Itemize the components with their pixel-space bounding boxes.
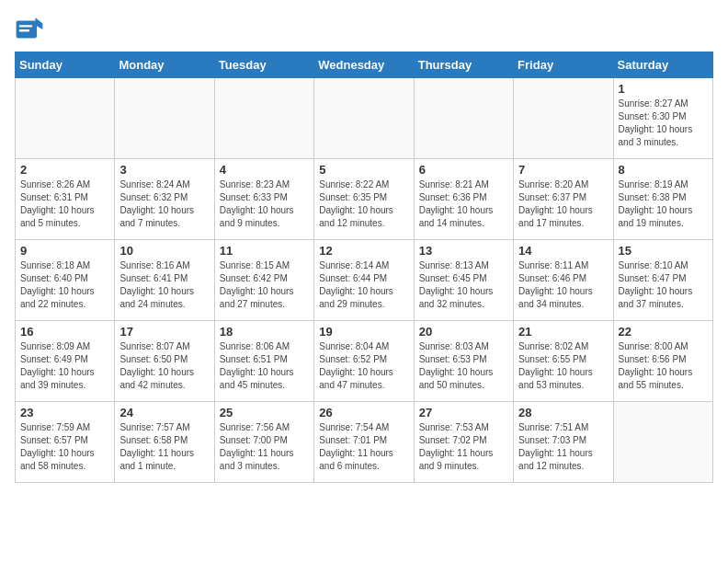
day-info: Sunrise: 8:27 AM Sunset: 6:30 PM Dayligh…: [619, 98, 708, 149]
calendar-week-row: 23Sunrise: 7:59 AM Sunset: 6:57 PM Dayli…: [16, 402, 713, 483]
calendar-cell: 17Sunrise: 8:07 AM Sunset: 6:50 PM Dayli…: [115, 321, 214, 402]
calendar-cell: [214, 78, 313, 159]
day-info: Sunrise: 8:16 AM Sunset: 6:41 PM Dayligh…: [119, 259, 209, 311]
calendar-body: 1Sunrise: 8:27 AM Sunset: 6:30 PM Daylig…: [16, 78, 713, 483]
day-info: Sunrise: 8:00 AM Sunset: 6:56 PM Dayligh…: [619, 340, 708, 392]
day-number: 10: [119, 244, 209, 258]
calendar-cell: [613, 402, 712, 483]
calendar-cell: 4Sunrise: 8:23 AM Sunset: 6:33 PM Daylig…: [214, 159, 313, 240]
calendar-cell: [414, 78, 513, 159]
calendar-cell: 25Sunrise: 7:56 AM Sunset: 7:00 PM Dayli…: [214, 402, 313, 483]
day-number: 16: [20, 325, 109, 339]
day-info: Sunrise: 8:06 AM Sunset: 6:51 PM Dayligh…: [220, 340, 309, 392]
day-number: 20: [419, 325, 508, 339]
calendar-cell: 26Sunrise: 7:54 AM Sunset: 7:01 PM Dayli…: [314, 402, 414, 483]
day-number: 11: [220, 244, 309, 258]
day-info: Sunrise: 8:20 AM Sunset: 6:37 PM Dayligh…: [518, 178, 608, 230]
day-number: 27: [419, 406, 508, 419]
day-number: 5: [319, 163, 408, 177]
page-header: [15, 15, 713, 44]
day-number: 22: [619, 325, 708, 339]
calendar-cell: 12Sunrise: 8:14 AM Sunset: 6:44 PM Dayli…: [314, 240, 414, 321]
day-number: 3: [119, 163, 209, 177]
day-number: 18: [220, 325, 309, 339]
day-info: Sunrise: 7:54 AM Sunset: 7:01 PM Dayligh…: [319, 421, 408, 473]
day-number: 13: [419, 244, 508, 258]
calendar-cell: 11Sunrise: 8:15 AM Sunset: 6:42 PM Dayli…: [214, 240, 313, 321]
day-number: 14: [518, 244, 608, 258]
day-number: 6: [419, 163, 508, 177]
day-number: 9: [20, 244, 109, 258]
day-info: Sunrise: 8:24 AM Sunset: 6:32 PM Dayligh…: [119, 178, 209, 230]
calendar-cell: 1Sunrise: 8:27 AM Sunset: 6:30 PM Daylig…: [613, 78, 712, 159]
calendar-week-row: 1Sunrise: 8:27 AM Sunset: 6:30 PM Daylig…: [16, 78, 713, 159]
day-info: Sunrise: 8:09 AM Sunset: 6:49 PM Dayligh…: [20, 340, 109, 392]
day-number: 15: [619, 244, 708, 258]
calendar-week-row: 9Sunrise: 8:18 AM Sunset: 6:40 PM Daylig…: [16, 240, 713, 321]
calendar-cell: 16Sunrise: 8:09 AM Sunset: 6:49 PM Dayli…: [16, 321, 115, 402]
calendar-cell: 18Sunrise: 8:06 AM Sunset: 6:51 PM Dayli…: [214, 321, 313, 402]
calendar-cell: [514, 78, 613, 159]
day-info: Sunrise: 8:07 AM Sunset: 6:50 PM Dayligh…: [119, 340, 209, 392]
calendar-cell: 5Sunrise: 8:22 AM Sunset: 6:35 PM Daylig…: [314, 159, 414, 240]
day-number: 8: [619, 163, 708, 177]
logo: [15, 15, 48, 44]
day-info: Sunrise: 7:56 AM Sunset: 7:00 PM Dayligh…: [220, 421, 309, 473]
calendar-cell: 23Sunrise: 7:59 AM Sunset: 6:57 PM Dayli…: [16, 402, 115, 483]
day-info: Sunrise: 8:15 AM Sunset: 6:42 PM Dayligh…: [220, 259, 309, 311]
day-number: 25: [220, 406, 309, 419]
day-number: 2: [20, 163, 109, 177]
calendar-cell: 28Sunrise: 7:51 AM Sunset: 7:03 PM Dayli…: [514, 402, 613, 483]
calendar-cell: 14Sunrise: 8:11 AM Sunset: 6:46 PM Dayli…: [514, 240, 613, 321]
day-number: 28: [518, 406, 608, 419]
calendar-cell: [115, 78, 214, 159]
calendar-cell: 15Sunrise: 8:10 AM Sunset: 6:47 PM Dayli…: [613, 240, 712, 321]
calendar-cell: 2Sunrise: 8:26 AM Sunset: 6:31 PM Daylig…: [16, 159, 115, 240]
calendar-cell: 8Sunrise: 8:19 AM Sunset: 6:38 PM Daylig…: [613, 159, 712, 240]
calendar-cell: [16, 78, 115, 159]
calendar-cell: 13Sunrise: 8:13 AM Sunset: 6:45 PM Dayli…: [414, 240, 513, 321]
calendar-week-row: 16Sunrise: 8:09 AM Sunset: 6:49 PM Dayli…: [16, 321, 713, 402]
day-number: 12: [319, 244, 408, 258]
calendar-cell: 22Sunrise: 8:00 AM Sunset: 6:56 PM Dayli…: [613, 321, 712, 402]
svg-rect-3: [19, 29, 29, 31]
day-number: 1: [619, 82, 708, 96]
day-number: 4: [220, 163, 309, 177]
calendar-cell: 7Sunrise: 8:20 AM Sunset: 6:37 PM Daylig…: [514, 159, 613, 240]
day-of-week-header: Tuesday: [214, 52, 313, 78]
day-of-week-header: Saturday: [613, 52, 712, 78]
day-info: Sunrise: 8:19 AM Sunset: 6:38 PM Dayligh…: [619, 178, 708, 230]
day-of-week-header: Thursday: [414, 52, 513, 78]
calendar-cell: 24Sunrise: 7:57 AM Sunset: 6:58 PM Dayli…: [115, 402, 214, 483]
day-number: 7: [518, 163, 608, 177]
calendar-table: SundayMondayTuesdayWednesdayThursdayFrid…: [15, 52, 713, 483]
calendar-week-row: 2Sunrise: 8:26 AM Sunset: 6:31 PM Daylig…: [16, 159, 713, 240]
day-info: Sunrise: 8:02 AM Sunset: 6:55 PM Dayligh…: [518, 340, 608, 392]
day-info: Sunrise: 8:21 AM Sunset: 6:36 PM Dayligh…: [419, 178, 508, 230]
calendar-cell: 27Sunrise: 7:53 AM Sunset: 7:02 PM Dayli…: [414, 402, 513, 483]
day-info: Sunrise: 8:13 AM Sunset: 6:45 PM Dayligh…: [419, 259, 508, 311]
calendar-header-row: SundayMondayTuesdayWednesdayThursdayFrid…: [16, 52, 713, 78]
day-info: Sunrise: 8:10 AM Sunset: 6:47 PM Dayligh…: [619, 259, 708, 311]
svg-rect-2: [19, 25, 32, 27]
day-number: 26: [319, 406, 408, 419]
day-of-week-header: Friday: [514, 52, 613, 78]
day-info: Sunrise: 8:03 AM Sunset: 6:53 PM Dayligh…: [419, 340, 508, 392]
day-of-week-header: Sunday: [16, 52, 115, 78]
day-info: Sunrise: 8:23 AM Sunset: 6:33 PM Dayligh…: [220, 178, 309, 230]
day-info: Sunrise: 8:26 AM Sunset: 6:31 PM Dayligh…: [20, 178, 109, 230]
calendar-cell: 9Sunrise: 8:18 AM Sunset: 6:40 PM Daylig…: [16, 240, 115, 321]
calendar-cell: 6Sunrise: 8:21 AM Sunset: 6:36 PM Daylig…: [414, 159, 513, 240]
logo-icon: [15, 15, 44, 44]
day-info: Sunrise: 8:11 AM Sunset: 6:46 PM Dayligh…: [518, 259, 608, 311]
day-number: 23: [20, 406, 109, 419]
day-number: 19: [319, 325, 408, 339]
day-info: Sunrise: 7:51 AM Sunset: 7:03 PM Dayligh…: [518, 421, 608, 473]
day-info: Sunrise: 8:14 AM Sunset: 6:44 PM Dayligh…: [319, 259, 408, 311]
calendar-cell: 10Sunrise: 8:16 AM Sunset: 6:41 PM Dayli…: [115, 240, 214, 321]
calendar-cell: 20Sunrise: 8:03 AM Sunset: 6:53 PM Dayli…: [414, 321, 513, 402]
day-info: Sunrise: 7:53 AM Sunset: 7:02 PM Dayligh…: [419, 421, 508, 473]
day-number: 17: [119, 325, 209, 339]
calendar-cell: 3Sunrise: 8:24 AM Sunset: 6:32 PM Daylig…: [115, 159, 214, 240]
day-of-week-header: Monday: [115, 52, 214, 78]
